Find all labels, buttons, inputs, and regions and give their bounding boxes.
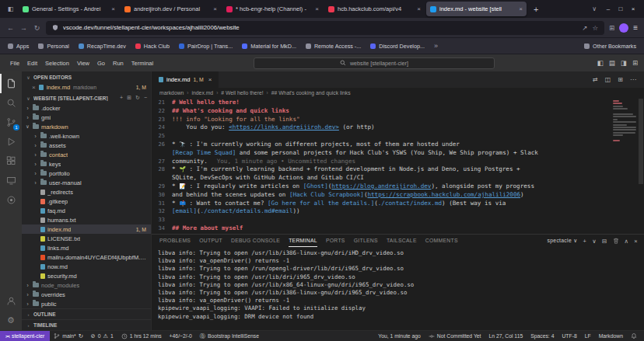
firefox-view-icon[interactable]: ◧: [5, 3, 16, 15]
run-debug-icon[interactable]: [0, 132, 22, 151]
cursor-position[interactable]: Ln 27, Col 115: [485, 331, 527, 341]
customize-layout-icon[interactable]: ⊞: [632, 59, 638, 67]
new-terminal-icon[interactable]: +: [583, 238, 586, 245]
remote-indicator[interactable]: >< stellapent-cier: [0, 331, 50, 341]
maximize-icon[interactable]: □: [614, 5, 627, 12]
reload-icon[interactable]: ↻: [33, 24, 41, 32]
bookmark-item[interactable]: Apps: [8, 43, 29, 50]
panel-tab-ports[interactable]: PORTS: [326, 235, 345, 247]
extensions-puzzle-icon[interactable]: ⊞: [609, 24, 614, 32]
tree-item-contact[interactable]: ›contact: [22, 150, 151, 159]
code-line[interactable]: 30and behind the scenes updates on [Hack…: [152, 191, 611, 200]
more-actions-icon[interactable]: ⋯: [630, 76, 636, 83]
breadcrumb-item[interactable]: ## What's cooking and quick links: [271, 90, 351, 96]
bookmark-star-icon[interactable]: ☆: [592, 24, 598, 32]
tree-item--well-known[interactable]: ›.well-known: [22, 131, 151, 141]
wakatime-status[interactable]: 1 hrs 12 mins: [117, 331, 166, 341]
browser-tab[interactable]: * hcb-engr-help (Channel) -×: [222, 2, 323, 16]
url-bar[interactable]: vscode.dev/tunnel/stellapent-cier/worksp…: [46, 21, 604, 35]
menubar-item-go[interactable]: Go: [93, 60, 109, 67]
editor-scrollbar[interactable]: [638, 97, 644, 234]
tab-close-icon[interactable]: ×: [315, 5, 319, 12]
tree-item-portfolio[interactable]: ›portfolio: [22, 169, 151, 178]
new-folder-icon[interactable]: ⊞: [127, 95, 131, 101]
language-status[interactable]: Markdown: [595, 331, 627, 341]
profile-avatar[interactable]: [619, 23, 628, 33]
problems-status[interactable]: ⊘ 0 ⚠ 1: [87, 331, 117, 341]
panel-tab-output[interactable]: OUTPUT: [199, 235, 222, 247]
refresh-icon[interactable]: ↻: [135, 95, 140, 101]
new-file-icon[interactable]: +: [120, 95, 123, 101]
panel-tab-comments[interactable]: COMMENTS: [425, 235, 458, 247]
browser-tab[interactable]: General - Settings - Andrei×: [19, 2, 119, 16]
code-line[interactable]: 23!!! info "Looking for all the links": [152, 116, 611, 124]
code-line[interactable]: 25: [152, 132, 611, 141]
maximize-panel-icon[interactable]: ∧: [625, 238, 629, 245]
tree-item-keys[interactable]: ›keys: [22, 159, 151, 169]
bootstrap-intellisense-status[interactable]: Ⓑ Bootstrap IntelliSense: [196, 331, 263, 341]
bookmark-item[interactable]: PairDrop | Trans...: [179, 43, 233, 50]
tab-close-icon[interactable]: ×: [519, 5, 523, 12]
menubar-item-view[interactable]: View: [73, 60, 93, 67]
bookmarks-overflow-icon[interactable]: »: [434, 42, 438, 50]
explorer-icon[interactable]: [0, 74, 22, 93]
bookmark-item[interactable]: Hack Club: [135, 43, 170, 50]
eol-status[interactable]: LF: [581, 331, 595, 341]
close-icon[interactable]: ×: [208, 76, 212, 83]
settings-gear-icon[interactable]: ⚙: [0, 311, 22, 330]
code-line[interactable]: 24 You do you: <https://links.andreijiro…: [152, 124, 611, 132]
bookmark-item[interactable]: Discord Develop...: [370, 43, 425, 50]
toggle-secondary-sidebar-icon[interactable]: ◨: [621, 59, 627, 67]
extensions-icon[interactable]: [0, 151, 22, 171]
menubar-item-run[interactable]: Run: [109, 60, 128, 67]
browser-tab[interactable]: andreijiroh.dev / Personal×: [121, 2, 221, 16]
tree-item-links-md[interactable]: links.md: [22, 243, 151, 252]
bookmark-item[interactable]: RecapTime.dev: [79, 43, 126, 50]
split-terminal-icon[interactable]: ⊟: [602, 238, 607, 245]
encoding-status[interactable]: UTF-8: [558, 331, 580, 341]
list-all-tabs-icon[interactable]: ∨: [589, 5, 600, 12]
blame-status[interactable]: You, 1 minute ago: [374, 331, 425, 341]
search-icon[interactable]: [0, 93, 22, 113]
commit-status[interactable]: Not Committed Yet: [425, 331, 485, 341]
command-center-search[interactable]: website [stellapent-cier]: [254, 57, 495, 69]
bookmark-item[interactable]: Personal: [38, 43, 68, 50]
minimize-icon[interactable]: –: [602, 5, 614, 12]
tree-item-node-modules[interactable]: ›node_modules: [22, 280, 151, 290]
hamburger-menu-icon[interactable]: ≡: [633, 23, 638, 32]
code-line[interactable]: [Recap Time Squad] and some personal pro…: [152, 149, 611, 158]
tree-item-assets[interactable]: ›assets: [22, 141, 151, 150]
close-icon[interactable]: ×: [627, 5, 639, 12]
tree-item-faq-md[interactable]: faq.md: [22, 206, 151, 215]
terminal-dropdown-icon[interactable]: ∨: [592, 238, 597, 245]
open-editors-header[interactable]: ∨ OPEN EDITORS: [22, 71, 151, 82]
tree-item--docker[interactable]: ›.docker: [22, 103, 151, 113]
open-preview-icon[interactable]: ⊞: [618, 76, 623, 83]
tree-item--redirects[interactable]: _redirects: [22, 187, 151, 197]
tree-item-gmi[interactable]: ›gmi: [22, 113, 151, 122]
tab-close-icon[interactable]: ×: [417, 5, 421, 12]
code-line[interactable]: SQLite, DevSecOps with GitHub Actions an…: [152, 174, 611, 183]
breadcrumb-item[interactable]: # Well hello there!: [221, 90, 263, 96]
toggle-sidebar-icon[interactable]: ◧: [597, 59, 604, 67]
share-icon[interactable]: ↗: [582, 24, 587, 32]
code-line[interactable]: 26* 🔭 : I'm currently working on differe…: [152, 141, 611, 149]
code-editor[interactable]: 21# Well hello there!22## What's cooking…: [152, 97, 644, 234]
breadcrumb-item[interactable]: markdown: [159, 90, 184, 96]
menubar-item-edit[interactable]: Edit: [23, 60, 41, 67]
other-bookmarks[interactable]: Other Bookmarks: [584, 43, 636, 50]
menubar-item-file[interactable]: File: [6, 60, 23, 67]
code-line[interactable]: 22## What's cooking and quick links: [152, 107, 611, 116]
tree-item-security-md[interactable]: security.md: [22, 271, 151, 280]
timeline-header[interactable]: › TIMELINE: [22, 319, 151, 330]
url-text[interactable]: vscode.dev/tunnel/stellapent-cier/worksp…: [63, 24, 577, 31]
code-line[interactable]: 21# Well hello there!: [152, 99, 611, 107]
panel-tab-debug-console[interactable]: DEBUG CONSOLE: [231, 235, 280, 247]
code-line[interactable]: 34## More about myself: [152, 224, 611, 233]
breadcrumb-item[interactable]: index.md: [192, 90, 214, 96]
close-icon[interactable]: ×: [32, 84, 36, 91]
menubar-item-selection[interactable]: Selection: [41, 60, 73, 67]
minimap[interactable]: [611, 97, 638, 234]
browser-tab[interactable]: hcb.hackclub.com/api/v4×: [324, 2, 425, 16]
panel-tab-tailscale[interactable]: TAILSCALE: [387, 235, 417, 247]
